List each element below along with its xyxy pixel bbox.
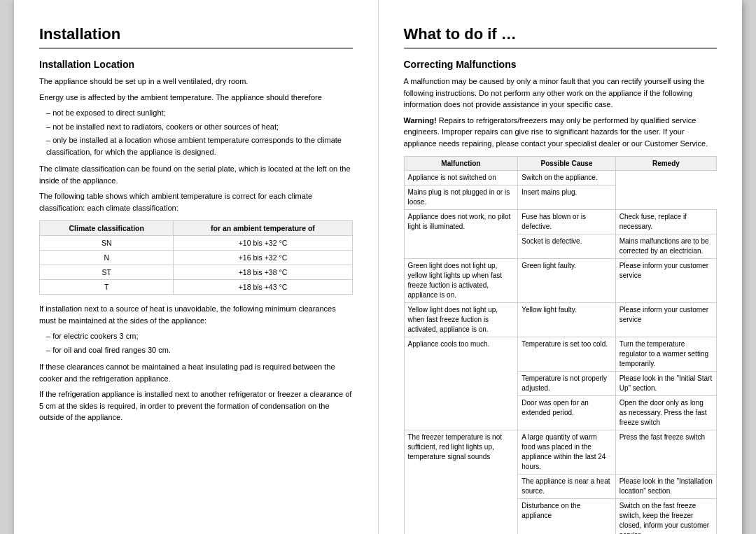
malfunction-cell: The freezer temperature is not sufficien… [404, 430, 518, 535]
table-row: Appliance is not switched onSwitch on th… [404, 171, 717, 185]
cause-cell: Temperature is set too cold. [518, 337, 615, 372]
table-row: N +16 bis +32 °C [40, 251, 353, 265]
malfunction-col2-header: Possible Cause [518, 157, 615, 171]
table-row: SN +10 bis +32 °C [40, 236, 353, 251]
remedy-cell: Switch on the appliance. [518, 171, 615, 185]
cause-cell: A large quantity of warm food was placed… [518, 430, 615, 475]
malfunction-cell: Green light does not light up, yellow li… [404, 259, 518, 303]
remedy-cell: Please look in the "Initial Start Up" se… [615, 372, 716, 396]
install-dash-list: not be exposed to direct sunlight; not b… [46, 107, 353, 157]
dash-item-5: for oil and coal fired ranges 30 cm. [46, 344, 353, 356]
document-spread: Installation Installation Location The a… [14, 0, 742, 534]
climate-class-n: N [40, 251, 174, 265]
climate-temp-n: +16 bis +32 °C [174, 251, 352, 265]
install-para-5: If installation next to a source of heat… [39, 303, 353, 326]
climate-temp-t: +18 bis +43 °C [174, 280, 352, 295]
remedy-cell: Press the fast freeze switch [615, 430, 716, 475]
remedy-cell: Check fuse, replace if necessary. [615, 210, 716, 234]
left-page-title: Installation [39, 25, 353, 49]
correcting-malfunctions-heading: Correcting Malfunctions [404, 59, 718, 70]
malfunction-col1-header: Malfunction [404, 157, 518, 171]
cause-cell: Disturbance on the appliance [518, 499, 615, 535]
install-para-4: The following table shows which ambient … [39, 190, 353, 213]
warning-label: Warning! [404, 116, 437, 125]
cause-cell: Green light faulty. [518, 259, 615, 303]
remedy-cell: Switch on the fast freeze switch, keep t… [615, 499, 716, 535]
table-row: Green light does not light up, yellow li… [404, 259, 717, 303]
warning-text: Repairs to refrigerators/freezers may on… [404, 116, 708, 148]
climate-table: Climate classification for an ambient te… [39, 220, 353, 295]
install-para-7: If the refrigeration appliance is instal… [39, 388, 353, 423]
cause-cell: Fuse has blown or is defective. [518, 210, 615, 234]
install-para-2: Energy use is affected by the ambient te… [39, 92, 353, 104]
climate-class-st: ST [40, 265, 174, 280]
cause-cell: Mains plug is not plugged in or is loose… [404, 185, 518, 210]
climate-temp-st: +18 bis +38 °C [174, 265, 352, 280]
cause-cell: Temperature is not properly adjusted. [518, 372, 615, 396]
cause-cell: Appliance is not switched on [404, 171, 518, 185]
dash-item-3: only be installed at a location whose am… [46, 134, 353, 157]
remedy-cell: Please inform your customer service [615, 259, 716, 303]
install-para-6: If these clearances cannot be maintained… [39, 361, 353, 384]
malfunction-cell: Appliance cools too much. [404, 337, 518, 430]
malfunction-cell: Appliance does not work, no pilot light … [404, 210, 518, 259]
remedy-cell: Open the door only as long as necessary.… [615, 396, 716, 430]
install-para-3: The climate classification can be found … [39, 163, 353, 186]
table-row: ST +18 bis +38 °C [40, 265, 353, 280]
dash-item-2: not be installed next to radiators, cook… [46, 121, 353, 133]
right-page-title: What to do if … [404, 25, 718, 49]
remedy-cell: Mains malfunctions are to be corrected b… [615, 234, 716, 259]
right-page: What to do if … Correcting Malfunctions … [379, 0, 743, 534]
malfunction-para-1: A malfunction may be caused by only a mi… [404, 76, 718, 111]
table-row: Mains plug is not plugged in or is loose… [404, 185, 717, 210]
table-row: Appliance cools too much.Temperature is … [404, 337, 717, 372]
climate-col1-header: Climate classification [40, 221, 174, 236]
climate-col2-header: for an ambient temperature of [174, 221, 352, 236]
malfunction-para-2: Warning! Repairs to refrigerators/freeze… [404, 115, 718, 150]
malfunction-table: Malfunction Possible Cause Remedy Applia… [404, 156, 718, 534]
remedy-cell: Please inform your customer service [615, 303, 716, 337]
dash-item-1: not be exposed to direct sunlight; [46, 107, 353, 119]
malfunction-cell: Yellow light does not light up, when fas… [404, 303, 518, 337]
dash-item-4: for electric cookers 3 cm; [46, 330, 353, 342]
cause-cell: Yellow light faulty. [518, 303, 615, 337]
cause-cell: Socket is defective. [518, 234, 615, 259]
remedy-cell: Turn the temperature regulator to a warm… [615, 337, 716, 372]
malfunction-col3-header: Remedy [615, 157, 716, 171]
table-row: The freezer temperature is not sufficien… [404, 430, 717, 475]
installation-location-heading: Installation Location [39, 59, 353, 70]
remedy-cell: Please look in the "Installation locatio… [615, 475, 716, 499]
table-row: Appliance does not work, no pilot light … [404, 210, 717, 234]
cause-cell: Door was open for an extended period. [518, 396, 615, 430]
climate-class-sn: SN [40, 236, 174, 251]
table-row: T +18 bis +43 °C [40, 280, 353, 295]
table-row: Yellow light does not light up, when fas… [404, 303, 717, 337]
install-dash-list-2: for electric cookers 3 cm; for oil and c… [46, 330, 353, 356]
remedy-cell: Insert mains plug. [518, 185, 615, 210]
install-para-1: The appliance should be set up in a well… [39, 76, 353, 87]
climate-class-t: T [40, 280, 174, 295]
climate-temp-sn: +10 bis +32 °C [174, 236, 352, 251]
cause-cell: The appliance is near a heat source. [518, 475, 615, 499]
left-page: Installation Installation Location The a… [14, 0, 379, 534]
